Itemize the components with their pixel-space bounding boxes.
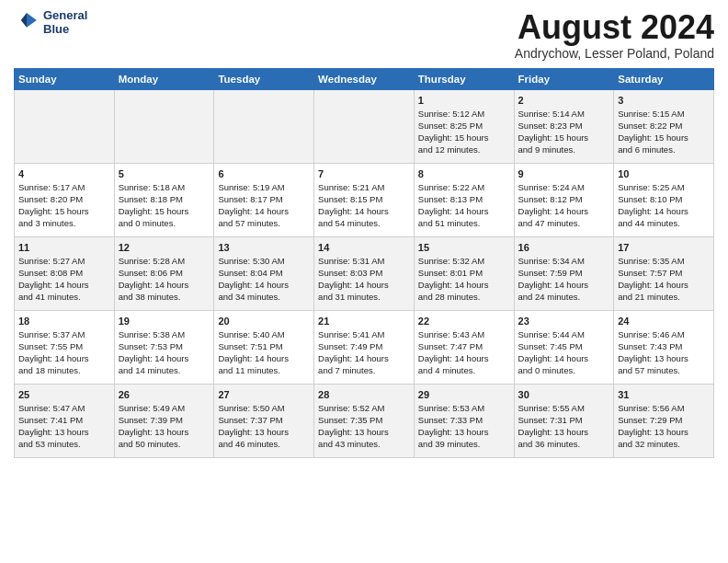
day-info: Sunrise: 5:46 AM	[618, 329, 710, 341]
day-info: and 51 minutes.	[418, 218, 510, 230]
day-info: Sunrise: 5:12 AM	[418, 109, 510, 121]
day-number: 31	[618, 388, 710, 402]
day-cell: 10Sunrise: 5:25 AMSunset: 8:10 PMDayligh…	[614, 163, 714, 236]
day-cell: 26Sunrise: 5:49 AMSunset: 7:39 PMDayligh…	[114, 384, 214, 457]
day-info: Daylight: 15 hours	[418, 132, 510, 144]
day-info: Daylight: 14 hours	[318, 353, 410, 365]
day-cell: 7Sunrise: 5:21 AMSunset: 8:15 PMDaylight…	[314, 163, 415, 236]
day-info: Sunrise: 5:32 AM	[418, 256, 510, 268]
day-info: Sunset: 7:35 PM	[318, 415, 410, 427]
day-info: Sunset: 7:49 PM	[318, 341, 410, 353]
day-info: Sunrise: 5:15 AM	[618, 109, 710, 121]
day-number: 27	[218, 388, 310, 402]
header-cell-friday: Friday	[514, 68, 614, 89]
day-cell: 28Sunrise: 5:52 AMSunset: 7:35 PMDayligh…	[314, 384, 415, 457]
day-number: 7	[318, 167, 410, 181]
day-info: Sunrise: 5:55 AM	[518, 403, 610, 415]
day-number: 5	[119, 167, 210, 181]
day-info: and 28 minutes.	[418, 292, 510, 304]
day-info: Daylight: 15 hours	[119, 206, 210, 218]
day-info: Sunrise: 5:52 AM	[318, 403, 410, 415]
day-info: and 0 minutes.	[119, 218, 210, 230]
day-info: Sunrise: 5:41 AM	[318, 329, 410, 341]
day-info: Sunrise: 5:17 AM	[18, 182, 110, 194]
day-info: Sunset: 7:31 PM	[518, 415, 610, 427]
day-info: and 43 minutes.	[318, 439, 410, 451]
week-row-5: 25Sunrise: 5:47 AMSunset: 7:41 PMDayligh…	[15, 384, 714, 457]
day-info: Sunrise: 5:28 AM	[119, 256, 210, 268]
day-info: and 44 minutes.	[618, 218, 710, 230]
day-info: Sunrise: 5:38 AM	[119, 329, 210, 341]
day-info: Sunrise: 5:40 AM	[218, 329, 310, 341]
calendar-table: SundayMondayTuesdayWednesdayThursdayFrid…	[14, 68, 714, 458]
calendar-body: 1Sunrise: 5:12 AMSunset: 8:25 PMDaylight…	[15, 89, 714, 457]
day-info: Sunrise: 5:30 AM	[218, 256, 310, 268]
day-info: Daylight: 13 hours	[218, 427, 310, 439]
day-info: Sunset: 8:15 PM	[318, 194, 410, 206]
day-number: 9	[518, 167, 610, 181]
header-cell-wednesday: Wednesday	[314, 68, 415, 89]
day-info: Daylight: 13 hours	[18, 427, 110, 439]
day-info: Daylight: 13 hours	[518, 427, 610, 439]
day-info: Daylight: 13 hours	[618, 427, 710, 439]
day-info: Sunset: 8:10 PM	[618, 194, 710, 206]
day-cell: 17Sunrise: 5:35 AMSunset: 7:57 PMDayligh…	[614, 236, 714, 310]
day-info: Daylight: 14 hours	[218, 206, 310, 218]
day-info: Sunset: 7:53 PM	[119, 341, 210, 353]
day-number: 26	[119, 388, 210, 402]
day-info: and 18 minutes.	[18, 365, 110, 377]
day-cell: 9Sunrise: 5:24 AMSunset: 8:12 PMDaylight…	[514, 163, 614, 236]
day-number: 1	[418, 94, 510, 108]
day-info: Daylight: 13 hours	[618, 353, 710, 365]
day-info: Daylight: 14 hours	[218, 353, 310, 365]
day-info: Daylight: 14 hours	[318, 280, 410, 292]
day-cell: 3Sunrise: 5:15 AMSunset: 8:22 PMDaylight…	[614, 89, 714, 163]
day-number: 13	[218, 241, 310, 255]
day-info: Sunset: 8:25 PM	[418, 121, 510, 132]
header-cell-thursday: Thursday	[414, 68, 514, 89]
day-info: Daylight: 14 hours	[618, 206, 710, 218]
day-cell: 20Sunrise: 5:40 AMSunset: 7:51 PMDayligh…	[214, 310, 314, 384]
day-cell: 4Sunrise: 5:17 AMSunset: 8:20 PMDaylight…	[15, 163, 115, 236]
day-info: Sunset: 8:01 PM	[418, 268, 510, 280]
day-cell: 27Sunrise: 5:50 AMSunset: 7:37 PMDayligh…	[214, 384, 314, 457]
day-cell: 6Sunrise: 5:19 AMSunset: 8:17 PMDaylight…	[214, 163, 314, 236]
day-info: Sunset: 7:51 PM	[218, 341, 310, 353]
day-info: Sunset: 8:03 PM	[318, 268, 410, 280]
day-number: 30	[518, 388, 610, 402]
day-info: and 50 minutes.	[119, 439, 210, 451]
day-info: Sunset: 8:22 PM	[618, 121, 710, 132]
day-info: Daylight: 14 hours	[418, 353, 510, 365]
day-info: Sunrise: 5:24 AM	[518, 182, 610, 194]
day-info: Sunset: 7:37 PM	[218, 415, 310, 427]
day-info: Sunset: 7:55 PM	[18, 341, 110, 353]
day-info: and 11 minutes.	[218, 365, 310, 377]
day-info: and 39 minutes.	[418, 439, 510, 451]
day-number: 23	[518, 315, 610, 328]
day-cell: 31Sunrise: 5:56 AMSunset: 7:29 PMDayligh…	[614, 384, 714, 457]
day-info: Daylight: 15 hours	[18, 206, 110, 218]
day-number: 4	[18, 167, 110, 181]
day-info: Sunset: 8:06 PM	[119, 268, 210, 280]
header-cell-saturday: Saturday	[614, 68, 714, 89]
day-number: 25	[18, 388, 110, 402]
day-cell	[15, 89, 115, 163]
day-info: Sunset: 7:45 PM	[518, 341, 610, 353]
week-row-2: 4Sunrise: 5:17 AMSunset: 8:20 PMDaylight…	[15, 163, 714, 236]
day-info: and 6 minutes.	[618, 144, 710, 156]
day-info: Sunrise: 5:35 AM	[618, 256, 710, 268]
day-info: Sunrise: 5:19 AM	[218, 182, 310, 194]
day-info: Daylight: 14 hours	[18, 353, 110, 365]
day-cell: 18Sunrise: 5:37 AMSunset: 7:55 PMDayligh…	[15, 310, 115, 384]
day-info: Sunset: 7:47 PM	[418, 341, 510, 353]
day-info: Daylight: 14 hours	[18, 280, 110, 292]
header-cell-tuesday: Tuesday	[214, 68, 314, 89]
day-info: Sunset: 8:13 PM	[418, 194, 510, 206]
day-info: and 21 minutes.	[618, 292, 710, 304]
day-number: 20	[218, 315, 310, 328]
day-info: Sunrise: 5:27 AM	[18, 256, 110, 268]
day-cell: 11Sunrise: 5:27 AMSunset: 8:08 PMDayligh…	[15, 236, 115, 310]
day-info: Sunrise: 5:18 AM	[119, 182, 210, 194]
day-cell: 8Sunrise: 5:22 AMSunset: 8:13 PMDaylight…	[414, 163, 514, 236]
day-number: 28	[318, 388, 410, 402]
